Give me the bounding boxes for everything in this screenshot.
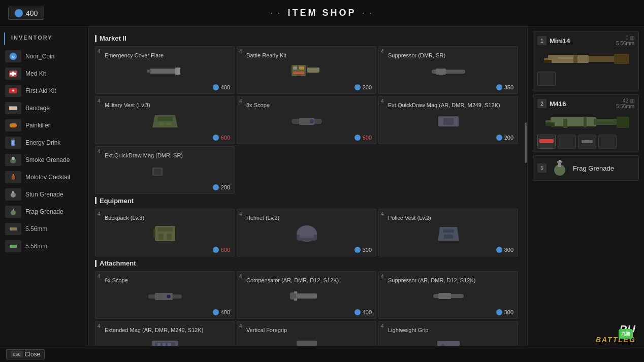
sidebar-item-energy[interactable]: Energy Drink	[0, 134, 88, 151]
item-helmet[interactable]: 4 Helmet (Lv.2) 300	[237, 209, 376, 256]
sidebar-label-coin: Noor_Coin	[25, 53, 54, 60]
coin-icon-supp2	[496, 309, 502, 315]
ammo-type-mini14: 5.56mm	[616, 41, 634, 46]
sidebar-item-painkiller[interactable]: Painkiller	[0, 117, 88, 134]
market-filler2	[378, 146, 518, 194]
item-military-vest[interactable]: 4 Military Vest (Lv.3) 600	[95, 96, 235, 144]
svg-rect-42	[154, 169, 161, 175]
qty-scope8: 4	[239, 98, 242, 104]
weapon-slot-1[interactable]: 1 Mini14 0 ▥ 5.56mm	[533, 31, 639, 91]
name-vest: Military Vest (Lv.3)	[100, 100, 230, 109]
img-backpack	[100, 223, 230, 244]
equipment-section-title: Equipment	[95, 197, 518, 205]
price-scope8: 500	[241, 135, 372, 141]
qty-extmag: 4	[98, 323, 101, 329]
name-supp1: Suppressor (DMR, SR)	[383, 50, 513, 59]
qty-helmet: 4	[239, 211, 242, 217]
m416-attach-2	[558, 135, 576, 149]
img-scope6	[100, 286, 230, 306]
scrollbar[interactable]	[524, 26, 527, 346]
currency-amount: 400	[26, 9, 38, 17]
item-suppressor-dmr-sr[interactable]: 4 Suppressor (DMR, SR) 350	[378, 46, 518, 94]
item-lightweight-grip[interactable]: 4 Lightweight Grip 250	[378, 321, 518, 346]
top-bar: 400 · · ITEM SHOP · ·	[0, 0, 644, 26]
m416-attachments	[537, 135, 634, 149]
sidebar-item-firstaid[interactable]: + First Aid Kit	[0, 82, 88, 100]
bandage-icon	[5, 102, 21, 114]
jiuyou-logo: 九游	[607, 321, 644, 346]
coin-icon-vest	[213, 135, 219, 141]
coin-icon-pvest	[496, 247, 502, 253]
sidebar-label-frag: Frag Grenade	[25, 208, 63, 215]
item-backpack[interactable]: 4 Backpack (Lv.3) 600	[95, 209, 235, 256]
qty-pvest: 4	[381, 211, 384, 217]
close-button[interactable]: esc Close	[6, 349, 45, 359]
firstaid-icon: +	[5, 85, 21, 97]
svg-rect-15	[12, 175, 15, 180]
price-battle: 200	[241, 84, 372, 90]
ammo1-icon	[5, 223, 21, 235]
sidebar-item-medkit[interactable]: Med Kit	[0, 65, 88, 82]
sidebar-item-bandage[interactable]: Bandage	[0, 100, 88, 117]
img-helmet	[241, 223, 372, 244]
svg-rect-80	[573, 55, 577, 63]
item-police-vest[interactable]: 4 Police Vest (Lv.2) 300	[378, 209, 518, 256]
item-8x-scope[interactable]: 4 8x Scope 500	[237, 96, 376, 144]
name-helmet: Helmet (Lv.2)	[241, 212, 372, 221]
item-6x-scope[interactable]: 4 6x Scope 400	[95, 271, 235, 319]
svg-rect-51	[314, 235, 317, 240]
sidebar-item-frag[interactable]: Frag Grenade	[0, 203, 88, 220]
attachment-row1: 4 6x Scope 400 4 Compens	[95, 271, 518, 319]
item-emergency-cover-flare[interactable]: 4 Emergency Cover Flare 400	[95, 46, 235, 94]
qty-vgrip: 4	[239, 323, 242, 329]
qty-vest: 4	[98, 98, 101, 104]
svg-rect-86	[563, 119, 567, 128]
svg-rect-61	[294, 299, 297, 301]
painkiller-icon	[5, 119, 21, 131]
sidebar-item-molotov[interactable]: Molotov Cocktail	[0, 169, 88, 186]
molotov-icon	[5, 171, 21, 183]
img-scope8	[241, 111, 372, 131]
weapon-slot-2[interactable]: 2 M416 42 ▥ 5.56mm	[533, 94, 639, 152]
svg-rect-46	[167, 234, 172, 240]
sidebar-item-smoke[interactable]: Smoke Grenade	[0, 151, 88, 169]
item-ext-qd-mag-ar[interactable]: 4 Ext.QuickDraw Mag (AR, DMR, M249, S12K…	[378, 96, 518, 144]
close-label: Close	[25, 351, 41, 358]
qty-supp2: 4	[381, 274, 384, 279]
sidebar: INVENTORY N Noor_Coin Med Kit + First Ai…	[0, 26, 89, 346]
svg-rect-35	[166, 122, 171, 125]
img-mag-dmr	[100, 161, 230, 181]
grenade-slot-5[interactable]: 5 Frag Grenade	[533, 155, 639, 181]
svg-rect-49	[298, 238, 315, 241]
sidebar-label-bandage: Bandage	[25, 105, 50, 112]
sidebar-item-stun[interactable]: Stun Grenade	[0, 186, 88, 203]
currency-icon	[15, 9, 23, 17]
item-ext-mag[interactable]: 4 Extended Mag (AR, DMR, M249, S12K) 200	[95, 321, 235, 346]
svg-rect-69	[297, 341, 317, 346]
item-ext-qd-mag-dmr[interactable]: 4 Ext.QuickDraw Mag (DMR, SR) 200	[95, 146, 235, 194]
svg-rect-12	[12, 141, 14, 145]
svg-rect-85	[545, 122, 555, 126]
sidebar-item-ammo2[interactable]: 5.56mm	[0, 238, 88, 255]
sidebar-label-molotov: Molotov Cocktail	[25, 174, 70, 181]
sidebar-label-energy: Energy Drink	[25, 139, 60, 146]
item-suppressor-ar[interactable]: 4 Suppressor (AR, DMR, D12, S12K) 300	[378, 271, 518, 319]
qty-battle: 4	[239, 49, 242, 54]
shop-area[interactable]: Market II 4 Emergency Cover Flare 400	[89, 26, 524, 346]
sidebar-item-ammo1[interactable]: 5.56mm	[0, 220, 88, 238]
item-battle-ready-kit[interactable]: 4 Battle Ready Kit 200	[237, 46, 376, 94]
img-battle	[241, 61, 372, 81]
item-vertical-foregrip[interactable]: 4 Vertical Foregrip 250	[237, 321, 376, 346]
svg-rect-22	[10, 245, 17, 248]
sidebar-item-coin[interactable]: N Noor_Coin	[0, 48, 88, 65]
weapon-image-mini14	[537, 49, 634, 70]
market-row1: 4 Emergency Cover Flare 400 4 Battle	[95, 46, 518, 94]
img-comp	[241, 286, 372, 306]
m416-attach-1	[537, 135, 556, 149]
name-comp: Compensator (AR, DMR, D12, S12K)	[241, 275, 372, 284]
svg-rect-44	[157, 227, 173, 232]
svg-rect-87	[584, 117, 587, 127]
qty-flare: 4	[98, 49, 101, 54]
svg-rect-24	[175, 68, 180, 75]
item-compensator[interactable]: 4 Compensator (AR, DMR, D12, S12K) 400	[237, 271, 376, 319]
